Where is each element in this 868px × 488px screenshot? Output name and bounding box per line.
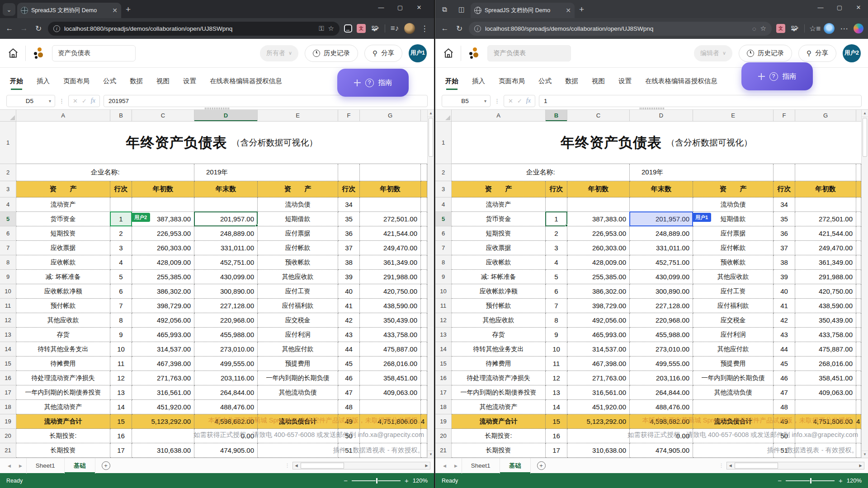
row-header-19[interactable]: 19 [435, 414, 452, 429]
cell-C15[interactable]: 467,398.00 [132, 357, 194, 371]
share-button[interactable]: ⚲分享 [798, 45, 836, 62]
cell-G15[interactable]: 268,016.00 [795, 357, 856, 371]
zoom-percentage[interactable]: 120% [413, 477, 428, 484]
column-header-partial[interactable] [421, 110, 427, 122]
scroll-down-icon[interactable]: ▼ [862, 450, 868, 458]
zoom-out-icon[interactable]: − [344, 477, 348, 484]
cell-D14[interactable]: 273,010.00 [630, 342, 693, 357]
zoom-slider[interactable] [786, 480, 835, 481]
cell-D21[interactable]: 474,905.00 [194, 443, 258, 458]
row-header-18[interactable]: 18 [435, 400, 452, 414]
company-name-cell[interactable]: 企业名称: [16, 164, 194, 181]
cell-E16[interactable]: 一年内到期的长期负债 [693, 371, 774, 385]
scrollbar-thumb[interactable] [735, 463, 778, 469]
cell-F18[interactable]: 48 [774, 400, 795, 414]
cell-E16[interactable]: 一年内到期的长期负债 [258, 371, 338, 385]
row-header-11[interactable]: 11 [435, 299, 452, 313]
cell-G8[interactable]: 361,349.00 [795, 255, 856, 270]
cell-D9[interactable]: 430,099.00 [194, 270, 258, 284]
close-button[interactable]: ✕ [849, 4, 868, 11]
bookmark-star-icon[interactable]: ☆ [328, 24, 334, 33]
cell-E19[interactable]: 流动负债合计 [258, 414, 338, 429]
cell-E19[interactable]: 流动负债合计 [693, 414, 774, 429]
cell-D7[interactable]: 331,011.00 [630, 241, 693, 255]
cell-B18[interactable]: 14 [110, 400, 132, 414]
cell-F8[interactable]: 38 [338, 255, 360, 270]
cell-G14[interactable]: 475,887.00 [795, 342, 856, 357]
cell-B4[interactable] [546, 197, 567, 212]
cell-E4[interactable]: 流动负债 [693, 197, 774, 212]
cell-D12[interactable]: 220,968.00 [194, 313, 258, 328]
cell-A13[interactable]: 存货 [16, 328, 110, 342]
cell-A6[interactable]: 短期投资 [16, 226, 110, 241]
cell-F15[interactable]: 45 [774, 357, 795, 371]
ribbon-tab-settings[interactable]: 设置 [183, 68, 196, 94]
cell-partial[interactable] [421, 429, 427, 443]
cell-B12[interactable]: 8 [110, 313, 132, 328]
cell-F13[interactable]: 43 [338, 328, 360, 342]
cell-F11[interactable]: 41 [338, 299, 360, 313]
cell-D15[interactable]: 499,555.00 [630, 357, 693, 371]
scroll-right-icon[interactable]: ▶ [857, 464, 864, 468]
cell-B20[interactable]: 16 [546, 429, 567, 443]
sheet-grid[interactable]: ABCDEFG1年终资产负债表（含分析数据可视化）2企业名称:2019年3资 产… [0, 110, 427, 458]
cell-G17[interactable]: 409,063.00 [360, 385, 421, 400]
cell-F17[interactable]: 47 [774, 385, 795, 400]
cell-A17[interactable]: 一年内到期的长期债券投资 [16, 385, 110, 400]
column-header-G[interactable]: G [360, 110, 421, 122]
cell-B15[interactable]: 11 [110, 357, 132, 371]
cell-E15[interactable]: 预提费用 [258, 357, 338, 371]
favorite-star-icon[interactable]: ☆ [760, 24, 766, 33]
ribbon-tab-insert[interactable]: 插入 [472, 68, 485, 94]
cell-G4[interactable] [360, 197, 421, 212]
cell-D5[interactable]: 201,957.00 [194, 212, 258, 226]
cell-partial[interactable] [421, 197, 427, 212]
cell-G13[interactable]: 433,758.00 [360, 328, 421, 342]
cell-A19[interactable]: 流动资产合计 [452, 414, 546, 429]
row-header-15[interactable]: 15 [0, 357, 16, 371]
sheet-tab-basic[interactable]: 基础 [500, 458, 531, 474]
cell-A15[interactable]: 待摊费用 [452, 357, 546, 371]
guide-button[interactable]: ? 指南 [741, 62, 813, 90]
cell-C17[interactable]: 316,561.00 [567, 385, 630, 400]
cell-G4[interactable] [795, 197, 856, 212]
cell-D17[interactable]: 264,844.00 [194, 385, 258, 400]
cell-D10[interactable]: 300,890.00 [194, 284, 258, 299]
cell-C10[interactable]: 386,302.00 [132, 284, 194, 299]
cell-C19[interactable]: 5,123,292.00 [567, 414, 630, 429]
cell-C18[interactable]: 451,920.00 [132, 400, 194, 414]
select-all-corner[interactable] [435, 110, 452, 122]
cell-B20[interactable]: 16 [110, 429, 132, 443]
new-tab-button[interactable]: + [579, 5, 584, 14]
row-header-2[interactable]: 2 [0, 164, 16, 181]
cell-partial[interactable] [421, 385, 427, 400]
zoom-in-icon[interactable]: + [405, 477, 409, 484]
extensions-puzzle-icon[interactable]: 🧩︎ [790, 24, 800, 33]
address-bar[interactable]: i localhost:8080/spreadjs/demos/collabor… [469, 22, 772, 36]
cell-partial[interactable] [856, 313, 861, 328]
cell-A8[interactable]: 应收帐款 [452, 255, 546, 270]
cell-partial[interactable] [856, 342, 861, 357]
cell-A12[interactable]: 其他应收款 [16, 313, 110, 328]
row-header-13[interactable]: 13 [435, 328, 452, 342]
scroll-right-icon[interactable]: ▶ [423, 464, 430, 468]
row-header-13[interactable]: 13 [0, 328, 16, 342]
cell[interactable] [421, 181, 427, 197]
cell-partial[interactable] [856, 284, 861, 299]
row-header-18[interactable]: 18 [0, 400, 16, 414]
row-header-5[interactable]: 5 [0, 212, 16, 226]
cell-G18[interactable] [795, 400, 856, 414]
cell-D6[interactable]: 248,889.00 [194, 226, 258, 241]
column-header-A[interactable]: A [452, 110, 546, 122]
cell-F6[interactable]: 36 [774, 226, 795, 241]
header-cell[interactable]: 年末数 [194, 181, 258, 197]
cell-C10[interactable]: 386,302.00 [567, 284, 630, 299]
row-header-6[interactable]: 6 [0, 226, 16, 241]
sheet-tab-sheet1[interactable]: Sheet1 [26, 458, 65, 474]
sheet-tab-basic[interactable]: 基础 [65, 458, 95, 474]
cell-A21[interactable]: 长期投资 [16, 443, 110, 458]
cell-G14[interactable]: 475,887.00 [360, 342, 421, 357]
cell-E9[interactable]: 其他应收款 [693, 270, 774, 284]
row-header-16[interactable]: 16 [0, 371, 16, 385]
cell-E5[interactable]: 短期借款 [258, 212, 338, 226]
